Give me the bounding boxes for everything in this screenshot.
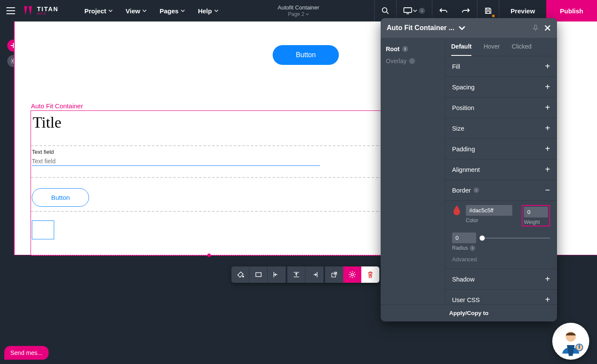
autofit-container[interactable]: Title Text field Button — [31, 110, 388, 256]
align-left-button[interactable] — [268, 266, 286, 283]
rectangle-icon — [255, 271, 262, 278]
section-shadow-label: Shadow — [452, 276, 474, 283]
svg-point-12 — [242, 276, 243, 277]
section-spacing-label: Spacing — [452, 84, 474, 91]
tab-hover[interactable]: Hover — [483, 38, 499, 56]
desktop-icon — [403, 7, 413, 14]
info-icon: i — [470, 245, 475, 251]
section-border[interactable]: Borderi − — [445, 180, 557, 201]
resize-handle-bottom[interactable] — [207, 254, 211, 257]
border-color-label: Color — [466, 217, 512, 223]
gear-icon — [348, 271, 356, 278]
border-radius-slider[interactable] — [482, 238, 550, 239]
selection-label: Auto Fit Container — [31, 102, 83, 110]
section-alignment[interactable]: Alignment+ — [445, 159, 557, 180]
border-radius-input[interactable] — [452, 232, 476, 243]
chevron-down-icon — [108, 9, 113, 13]
chevron-down-icon — [413, 9, 417, 13]
panel-sections: Fill+ Spacing+ Position+ Size+ Padding+ … — [445, 56, 557, 304]
align-vertical-icon — [292, 271, 300, 278]
section-border-label: Border — [452, 187, 471, 194]
info-icon: i — [402, 46, 408, 52]
doc-page: Page 2 — [288, 11, 304, 17]
chat-button[interactable]: Send mes... — [4, 346, 49, 360]
publish-label: Publish — [560, 7, 583, 15]
logo-mark-icon — [22, 4, 34, 17]
slider-thumb[interactable] — [480, 236, 485, 241]
text-field-input[interactable] — [32, 157, 320, 166]
section-shadow[interactable]: Shadow+ — [445, 269, 557, 290]
chevron-down-icon[interactable] — [459, 24, 465, 31]
chevron-down-icon — [306, 12, 309, 16]
title-text[interactable]: Title — [31, 111, 387, 139]
hamburger-menu[interactable] — [0, 7, 22, 15]
assistant-avatar[interactable] — [552, 323, 589, 360]
outline-button[interactable]: Button — [32, 188, 89, 207]
menu-project[interactable]: Project — [84, 7, 113, 15]
menu-project-label: Project — [84, 7, 106, 15]
border-weight-input[interactable] — [524, 207, 548, 217]
info-icon: i — [409, 58, 415, 64]
align-right-button[interactable] — [305, 266, 323, 283]
plus-icon: + — [545, 123, 550, 133]
tree-root-label: Root — [386, 46, 400, 52]
align-top-button[interactable] — [287, 266, 305, 283]
border-weight-label: Weight — [524, 219, 548, 225]
svg-rect-8 — [487, 11, 490, 13]
chat-label: Send mes... — [10, 349, 43, 356]
panel-tree: Rooti Overlayi — [381, 38, 445, 304]
trash-icon — [367, 271, 374, 278]
chevron-down-icon — [214, 9, 218, 13]
section-usercss[interactable]: User CSS+ — [445, 290, 557, 304]
bg-fill-button[interactable] — [231, 266, 249, 283]
tree-root[interactable]: Rooti — [385, 43, 440, 55]
svg-line-4 — [387, 12, 389, 14]
svg-point-3 — [382, 8, 387, 12]
delete-button[interactable] — [361, 266, 379, 283]
align-right-icon — [311, 271, 318, 278]
menu-view[interactable]: View — [126, 7, 147, 15]
document-title[interactable]: Autofit Container Page 2 — [278, 4, 320, 17]
plus-icon: + — [545, 103, 550, 113]
menu-help[interactable]: Help — [198, 7, 218, 15]
element-settings-button[interactable] — [343, 266, 361, 283]
tab-default[interactable]: Default — [451, 38, 471, 56]
section-padding-label: Padding — [452, 146, 475, 153]
svg-point-19 — [351, 273, 353, 275]
border-controls: Color Weight Radiusi — [445, 201, 557, 269]
unsaved-indicator — [492, 15, 495, 17]
pin-icon[interactable] — [532, 24, 539, 31]
menu-pages[interactable]: Pages — [160, 7, 185, 15]
layout-button[interactable] — [249, 266, 268, 283]
preview-label: Preview — [511, 7, 535, 15]
open-external-button[interactable] — [325, 266, 343, 283]
plus-icon: + — [545, 165, 550, 174]
plus-icon: + — [545, 61, 550, 71]
menu-pages-label: Pages — [160, 7, 178, 15]
tree-overlay[interactable]: Overlayi — [385, 55, 440, 67]
panel-header: Auto Fit Container ... — [381, 18, 557, 38]
image-placeholder[interactable] — [32, 220, 54, 239]
svg-rect-13 — [255, 273, 261, 277]
section-fill[interactable]: Fill+ — [445, 56, 557, 77]
tab-clicked[interactable]: Clicked — [512, 38, 532, 56]
section-usercss-label: User CSS — [452, 297, 480, 303]
section-size[interactable]: Size+ — [445, 118, 557, 139]
doc-name: Autofit Container — [278, 4, 320, 11]
close-icon[interactable] — [544, 24, 551, 31]
apply-copy-button[interactable]: Apply/Copy to — [381, 304, 557, 321]
primary-button[interactable]: Button — [273, 45, 339, 65]
chevron-down-icon — [142, 9, 147, 13]
section-spacing[interactable]: Spacing+ — [445, 77, 557, 98]
textfield-label: Text field — [32, 149, 386, 155]
section-position[interactable]: Position+ — [445, 98, 557, 118]
border-radius-label: Radius — [452, 245, 468, 251]
border-color-input[interactable] — [466, 205, 512, 216]
color-swatch-icon[interactable] — [452, 205, 462, 216]
hero-icon — [555, 326, 586, 357]
section-position-label: Position — [452, 104, 474, 111]
primary-button-label: Button — [296, 51, 316, 58]
section-padding[interactable]: Padding+ — [445, 139, 557, 159]
border-advanced-link[interactable]: Advanced — [452, 256, 550, 263]
panel-title: Auto Fit Container ... — [387, 24, 454, 32]
